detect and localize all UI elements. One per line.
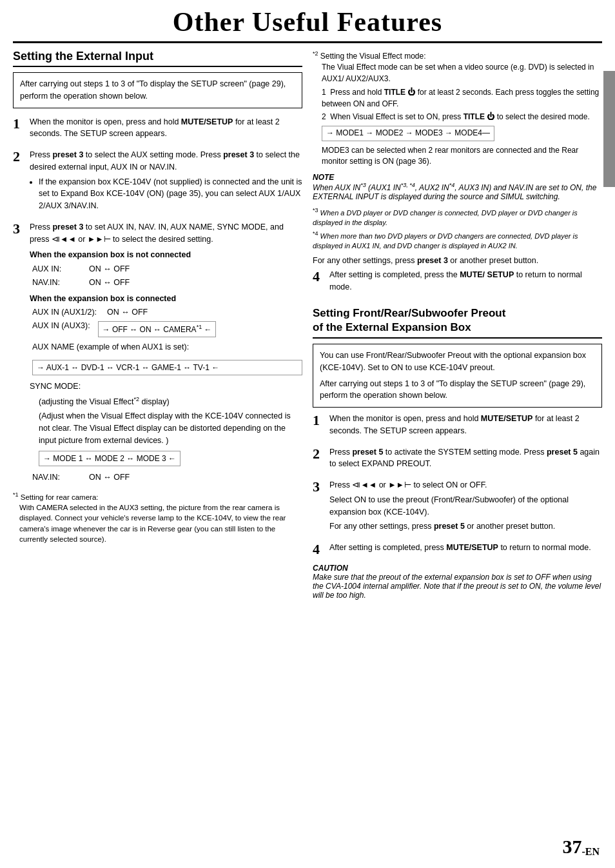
s2-step-2-num: 2 — [313, 446, 327, 473]
step-2: 2 Press preset 3 to select the AUX setti… — [13, 149, 302, 215]
caution-block: CAUTION Make sure that the preout of the… — [313, 564, 602, 600]
left-column: Setting the External Input After carryin… — [13, 50, 302, 600]
page-num-value: 37 — [562, 836, 581, 857]
asterisk2-block: *2 Setting the Visual Effect mode: The V… — [313, 50, 602, 168]
s2-step-4-content: After setting is completed, press MUTE/S… — [329, 542, 602, 557]
section2-title: Setting Front/Rear/Subwoofer Preoutof th… — [313, 306, 602, 339]
s2-step-4-num: 4 — [313, 542, 327, 557]
step-2-num: 2 — [13, 149, 27, 215]
s2-step-2: 2 Press preset 5 to activate the SYSTEM … — [313, 446, 602, 473]
info-box-left: After carrying out steps 1 to 3 of "To d… — [13, 72, 302, 108]
section2-info-box: You can use Front/Rear/Subwoofer Preout … — [313, 344, 602, 408]
step-1-content: When the monitor is open, press and hold… — [30, 116, 302, 143]
s2-step-1: 1 When the monitor is open, press and ho… — [313, 413, 602, 440]
tab-marker — [603, 71, 615, 187]
step-4-left-content: After setting is completed, press the MU… — [329, 269, 602, 296]
right-column: *2 Setting the Visual Effect mode: The V… — [313, 50, 602, 600]
step-3-num: 3 — [13, 221, 27, 485]
s2-step-1-num: 1 — [313, 413, 327, 440]
step-1: 1 When the monitor is open, press and ho… — [13, 116, 302, 143]
s2-step-3-num: 3 — [313, 479, 327, 535]
step-4-left-num: 4 — [313, 269, 327, 296]
s2-step-1-content: When the monitor is open, press and hold… — [329, 413, 602, 440]
s2-step-3-content: Press ⧏◄◄ or ►►⊢ to select ON or OFF. Se… — [329, 479, 602, 535]
any-other-settings: For any other settings, press preset 3 o… — [313, 256, 602, 265]
step-1-num: 1 — [13, 116, 27, 143]
footnotes-34: *3 When a DVD player or DVD changer is c… — [313, 206, 602, 252]
footnote-1: *1 Setting for rear camera: With CAMERA … — [13, 491, 302, 544]
step-4-left: 4 After setting is completed, press the … — [313, 269, 602, 296]
step-3: 3 Press preset 3 to set AUX IN, NAV. IN,… — [13, 221, 302, 485]
s2-step-3: 3 Press ⧏◄◄ or ►►⊢ to select ON or OFF. … — [313, 479, 602, 535]
s2-step-4: 4 After setting is completed, press MUTE… — [313, 542, 602, 557]
aux-table-not-connected: AUX IN:ON ↔ OFF NAV.IN:ON ↔ OFF — [32, 263, 302, 289]
page-num-suffix: -EN — [581, 846, 600, 857]
section-title-left: Setting the External Input — [13, 50, 302, 67]
page-number: 37-EN — [562, 836, 600, 858]
page-title: Other Useful Features — [13, 0, 602, 43]
aux-table-connected: AUX IN (AUX1/2):ON ↔ OFF AUX IN (AUX3): … — [32, 306, 302, 377]
s2-step-2-content: Press preset 5 to activate the SYSTEM se… — [329, 446, 602, 473]
step-3-content: Press preset 3 to set AUX IN, NAV. IN, A… — [30, 221, 302, 485]
step-2-content: Press preset 3 to select the AUX setting… — [30, 149, 302, 215]
note-block: NOTE When AUX IN*3 (AUX1 IN*3, *4, AUX2 … — [313, 173, 602, 201]
